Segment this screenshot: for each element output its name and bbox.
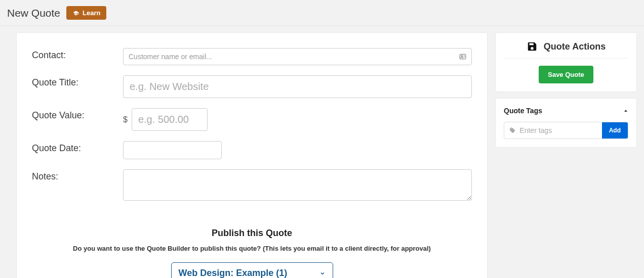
tags-input[interactable] — [519, 126, 596, 134]
quote-actions-header: Quote Actions — [504, 41, 628, 59]
page-title: New Quote — [7, 7, 60, 19]
publish-heading: Publish this Quote — [32, 228, 472, 239]
page-header: New Quote Learn — [0, 0, 644, 26]
svg-marker-4 — [624, 110, 627, 112]
value-row: Quote Value: $ — [32, 108, 472, 131]
title-field — [123, 75, 472, 98]
notes-row: Notes: — [32, 169, 472, 203]
learn-button[interactable]: Learn — [66, 6, 106, 20]
contact-input[interactable] — [123, 48, 472, 65]
quote-tags-title: Quote Tags — [504, 107, 542, 115]
notes-field — [123, 169, 472, 203]
date-field — [123, 141, 472, 159]
add-tag-button[interactable]: Add — [602, 122, 628, 138]
notes-label: Notes: — [32, 169, 123, 182]
save-icon — [527, 41, 538, 52]
title-row: Quote Title: — [32, 75, 472, 98]
quote-tags-header[interactable]: Quote Tags — [504, 107, 628, 115]
publish-description: Do you want to use the Quote Builder to … — [32, 245, 472, 252]
contact-label: Contact: — [32, 48, 123, 61]
value-label: Quote Value: — [32, 108, 123, 121]
contact-card-icon[interactable] — [459, 53, 467, 60]
quote-title-input[interactable] — [123, 75, 472, 98]
template-select[interactable]: Web Design: Example (1) — [171, 262, 333, 278]
quote-tags-card: Quote Tags Add — [495, 98, 637, 148]
quote-form-card: Contact: Quote Title: Quote Value: $ — [16, 32, 488, 278]
chevron-down-icon — [319, 270, 326, 276]
value-field: $ — [123, 108, 472, 131]
main-layout: Contact: Quote Title: Quote Value: $ — [0, 26, 644, 278]
tag-input-wrap — [504, 122, 602, 138]
currency-symbol: $ — [123, 115, 128, 124]
quote-actions-title: Quote Actions — [544, 41, 606, 52]
date-row: Quote Date: — [32, 141, 472, 159]
title-label: Quote Title: — [32, 75, 123, 88]
learn-button-label: Learn — [83, 9, 100, 17]
contact-row: Contact: — [32, 48, 472, 65]
quote-date-input[interactable] — [123, 141, 222, 159]
tag-input-row: Add — [504, 122, 628, 139]
save-quote-button[interactable]: Save Quote — [539, 66, 593, 83]
publish-section: Publish this Quote Do you want to use th… — [32, 228, 472, 278]
graduation-cap-icon — [72, 10, 79, 16]
template-select-value: Web Design: Example (1) — [179, 268, 288, 278]
notes-textarea[interactable] — [123, 169, 472, 201]
date-label: Quote Date: — [32, 141, 123, 154]
tag-icon — [509, 127, 515, 134]
sidebar: Quote Actions Save Quote Quote Tags Add — [495, 32, 637, 148]
quote-actions-card: Quote Actions Save Quote — [495, 32, 637, 92]
svg-point-1 — [461, 55, 463, 57]
caret-up-icon — [623, 108, 628, 113]
quote-value-input[interactable] — [132, 108, 208, 131]
contact-field — [123, 48, 472, 65]
